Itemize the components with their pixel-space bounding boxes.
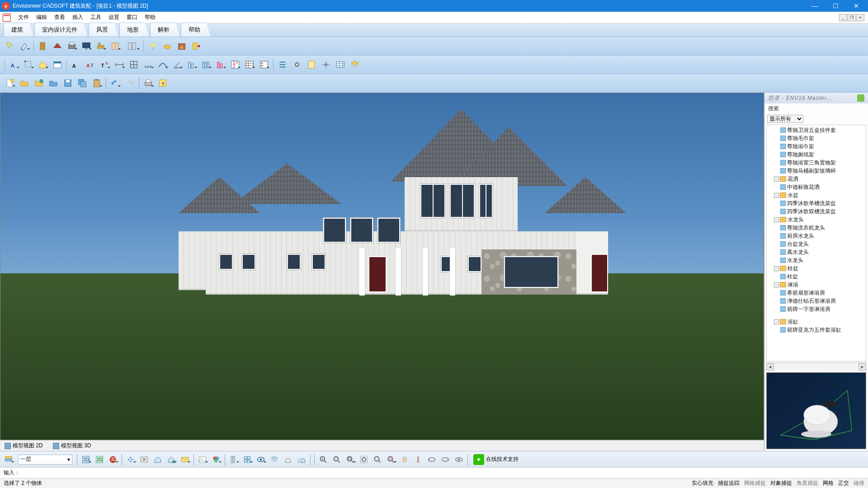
- tree-item[interactable]: 台盆龙头: [767, 240, 866, 248]
- layers-bottom-button[interactable]: [268, 453, 281, 466]
- tab-architecture[interactable]: 建筑: [4, 23, 33, 37]
- tree-item[interactable]: 水龙头: [767, 256, 866, 264]
- envelope-button[interactable]: [179, 453, 191, 466]
- report-tool[interactable]: [305, 58, 318, 71]
- tab-landscape[interactable]: 风景: [89, 23, 118, 37]
- tree-folder[interactable]: –水龙头: [767, 216, 866, 224]
- tree-item[interactable]: 四季沐歌双槽洗菜盆: [767, 207, 866, 216]
- table-tool[interactable]: [334, 58, 347, 71]
- exit-tool[interactable]: [189, 39, 203, 53]
- orbit-left-button[interactable]: [425, 453, 438, 466]
- tree-item[interactable]: 尊驰毛巾架: [767, 134, 866, 142]
- zoom-prev-button[interactable]: [371, 453, 384, 466]
- color-button[interactable]: [210, 453, 222, 466]
- menu-insert[interactable]: 插入: [69, 12, 87, 23]
- tab-interior[interactable]: 室内设计元件: [34, 23, 88, 37]
- play-button[interactable]: [138, 453, 151, 466]
- visibility-button[interactable]: [255, 453, 267, 466]
- zoom-out-button[interactable]: [330, 453, 343, 466]
- floor-manager-button[interactable]: [2, 453, 15, 466]
- folder-button[interactable]: [47, 76, 60, 90]
- print-button[interactable]: [142, 76, 155, 90]
- list-tool[interactable]: [276, 58, 289, 71]
- menu-edit[interactable]: 编辑: [33, 12, 51, 23]
- tree-item[interactable]: 尊驰厕纸架: [767, 150, 866, 159]
- house-wizard-tool[interactable]: [36, 58, 50, 71]
- calendar-tool[interactable]: [51, 58, 64, 71]
- door-tool[interactable]: [36, 39, 50, 53]
- dimension-tool[interactable]: [22, 58, 35, 71]
- sink-tool[interactable]: [160, 39, 174, 53]
- house-group-button[interactable]: [295, 453, 308, 466]
- print-tool[interactable]: [65, 39, 79, 53]
- text-large-tool[interactable]: A: [69, 58, 83, 71]
- 3d-viewport[interactable]: [0, 93, 764, 440]
- monitor-tool[interactable]: [80, 39, 93, 53]
- undo-button[interactable]: [108, 76, 122, 90]
- tree-folder[interactable]: –淋浴: [767, 281, 866, 289]
- crosshair-tool[interactable]: [319, 58, 333, 71]
- collapse-icon[interactable]: –: [774, 282, 779, 287]
- zoom-in-button[interactable]: [317, 453, 330, 466]
- sidebar-filter-select[interactable]: 显示所有: [767, 115, 803, 123]
- view-2d-button[interactable]: 2D: [80, 453, 92, 466]
- online-support[interactable]: ✦ 在线技术支持: [473, 454, 519, 465]
- cabinet-tool[interactable]: [108, 39, 122, 53]
- new-file-button[interactable]: [3, 76, 17, 90]
- close-button[interactable]: ✕: [846, 0, 866, 11]
- fireplace-tool[interactable]: [175, 39, 189, 53]
- catalog-tree[interactable]: 尊驰卫浴五金挂件套尊驰毛巾架尊驰浴巾架尊驰厕纸架尊驰浴室三角置物架尊驰马桶刷架玻…: [766, 125, 866, 361]
- select-tool[interactable]: [3, 39, 17, 53]
- floor-selector[interactable]: 一层▾: [18, 455, 72, 465]
- section-tool[interactable]: [214, 58, 227, 71]
- clipboard-button[interactable]: [90, 76, 104, 90]
- tree-folder[interactable]: –浴缸: [767, 318, 866, 326]
- collapse-icon[interactable]: –: [774, 266, 779, 271]
- status-toggle[interactable]: 捕捉追踪: [718, 479, 740, 487]
- tree-item[interactable]: 尊驰马桶刷架玻璃杯: [767, 167, 866, 175]
- mdi-restore-button[interactable]: ❐: [848, 14, 856, 21]
- open-shared-button[interactable]: [32, 76, 46, 90]
- status-toggle[interactable]: 实心填充: [692, 479, 713, 487]
- tree-item[interactable]: 尊驰浴巾架: [767, 142, 866, 150]
- angle-tool[interactable]: [170, 58, 184, 71]
- orbit-right-button[interactable]: [439, 453, 452, 466]
- view-tab-2d[interactable]: 模型视图 2D: [3, 441, 45, 450]
- tree-item[interactable]: 尊驰洗衣机龙头: [767, 224, 866, 232]
- walk-button[interactable]: [412, 453, 425, 466]
- redo-button[interactable]: [123, 76, 137, 90]
- tree-hscrollbar[interactable]: ◄ ►: [766, 362, 866, 371]
- text-format-tool[interactable]: T: [98, 58, 112, 71]
- tree-item[interactable]: 高水龙头: [767, 248, 866, 256]
- measure-box-tool[interactable]: [127, 58, 141, 71]
- house-small-button[interactable]: [282, 453, 294, 466]
- layers-tool[interactable]: [348, 58, 362, 71]
- tab-help[interactable]: 帮助: [181, 23, 211, 37]
- schedule-tool[interactable]: [243, 58, 256, 71]
- tree-item[interactable]: 中德标致花洒: [767, 183, 866, 191]
- gear-tool[interactable]: [290, 58, 304, 71]
- status-toggle[interactable]: 碰撞: [854, 479, 864, 487]
- save-all-button[interactable]: [75, 76, 89, 90]
- tree-folder[interactable]: –水盆: [767, 191, 866, 199]
- zoom-extents-button[interactable]: [358, 453, 370, 466]
- home-config-button[interactable]: [165, 453, 178, 466]
- menu-view[interactable]: 查看: [51, 12, 69, 23]
- measure-h-tool[interactable]: [113, 58, 126, 71]
- maximize-button[interactable]: ☐: [826, 0, 845, 11]
- tree-item[interactable]: 希箭扇形淋浴房: [767, 289, 866, 297]
- zoom-window-button[interactable]: [344, 453, 357, 466]
- minimize-button[interactable]: —: [805, 0, 825, 11]
- menu-tools[interactable]: 工具: [87, 12, 105, 23]
- tab-analyze[interactable]: 解析: [150, 23, 180, 37]
- status-toggle[interactable]: 网格捕捉: [744, 479, 766, 487]
- scroll-left-icon[interactable]: ◄: [766, 363, 774, 371]
- elevation-tool[interactable]: [185, 58, 198, 71]
- navigate-button[interactable]: [124, 453, 137, 466]
- scroll-right-icon[interactable]: ►: [859, 363, 866, 371]
- fraction-tool[interactable]: 1×2: [228, 58, 242, 71]
- status-toggle[interactable]: 网格: [823, 479, 834, 487]
- grid-button[interactable]: [241, 453, 254, 466]
- tree-item[interactable]: 厨房水龙头: [767, 232, 866, 240]
- status-toggle[interactable]: 角度捕捉: [797, 479, 818, 487]
